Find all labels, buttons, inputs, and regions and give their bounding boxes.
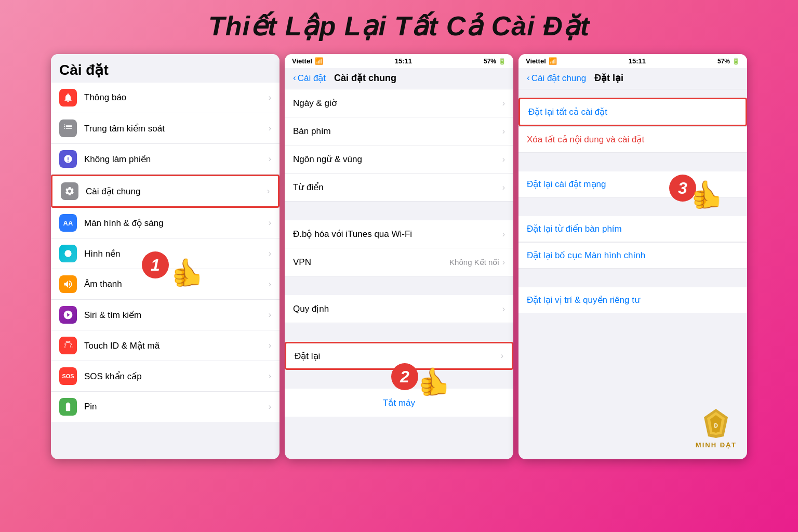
list-item[interactable]: Pin ›: [51, 392, 280, 422]
panel-3: Viettel 📶 15:11 57% 🔋 ‹ Cài đặt chung Đặ…: [518, 54, 747, 459]
sos-icon: SOS: [59, 367, 77, 385]
reset-label: Đặt lại: [295, 351, 501, 362]
touchid-icon: [59, 337, 77, 354]
battery-label: Pin: [84, 402, 269, 412]
notification-label: Thông báo: [84, 92, 269, 103]
sos-label: SOS khẩn cấp: [84, 371, 269, 382]
page-title: Thiết Lập Lại Tất Cả Cài Đặt: [208, 10, 590, 42]
list-item[interactable]: Thông báo ›: [51, 83, 280, 113]
carrier-3: Viettel: [526, 57, 546, 65]
panel-1: Cài đặt Thông báo › Trung tâm kiểm soát …: [51, 54, 280, 459]
dictionary-label: Từ điển: [293, 182, 502, 193]
reset-homescreen-label: Đặt lại bố cục Màn hình chính: [527, 250, 645, 261]
panel1-header: Cài đặt: [51, 54, 280, 83]
battery-icon-2: 🔋: [498, 58, 506, 65]
phones-container: Cài đặt Thông báo › Trung tâm kiểm soát …: [35, 54, 763, 459]
battery-icon-3: 🔋: [732, 58, 740, 65]
general-settings-item[interactable]: Cài đặt chung ›: [51, 175, 280, 208]
back-label-3: Cài đặt chung: [531, 73, 586, 84]
battery-pct-3: 57%: [717, 58, 730, 65]
hand-pointer-2: 👍: [417, 366, 451, 397]
reset-location-item[interactable]: Đặt lại vị trí & quyền riêng tư: [518, 287, 747, 313]
step-1-badge: 1: [142, 251, 169, 278]
svg-point-0: [64, 250, 71, 257]
status-bar-2: Viettel 📶 15:11 57% 🔋: [285, 54, 513, 68]
list-item[interactable]: Trung tâm kiểm soát ›: [51, 113, 280, 144]
date-time-label: Ngày & giờ: [293, 98, 502, 109]
status-right-3: 57% 🔋: [717, 58, 740, 65]
list-item[interactable]: SOS SOS khẩn cấp ›: [51, 361, 280, 392]
status-right-2: 57% 🔋: [484, 58, 506, 65]
panel-2: Viettel 📶 15:11 57% 🔋 ‹ Cài đặt Cài đặt …: [285, 54, 513, 459]
sound-icon: [59, 275, 77, 293]
hand-pointer-1: 👍: [170, 257, 204, 288]
touchid-label: Touch ID & Mật mã: [84, 340, 269, 351]
reset-all-label: Đặt lại tất cả cài đặt: [528, 107, 607, 117]
carrier-2: Viettel: [292, 57, 312, 65]
erase-all-item[interactable]: Xóa tất cả nội dung và cài đặt: [518, 127, 747, 153]
list-item[interactable]: Ngày & giờ ›: [285, 89, 513, 117]
erase-all-label: Xóa tất cả nội dung và cài đặt: [527, 134, 644, 145]
language-label: Ngôn ngữ & vùng: [293, 154, 502, 165]
reset-all-settings[interactable]: Đặt lại tất cả cài đặt: [518, 98, 747, 126]
reset-keyboard-label: Đặt lại từ điển bàn phím: [527, 223, 622, 234]
logo-diamond-icon: D: [703, 408, 729, 439]
back-chevron-3: ‹: [527, 73, 530, 83]
nav-bar-3: ‹ Cài đặt chung Đặt lại: [518, 68, 747, 89]
display-icon: AA: [59, 214, 77, 232]
dnd-icon: [59, 150, 77, 168]
list-item[interactable]: Siri & tìm kiếm ›: [51, 300, 280, 330]
general-label: Cài đặt chung: [86, 186, 267, 197]
step-2-badge: 2: [391, 363, 418, 390]
list-item[interactable]: Ngôn ngữ & vùng ›: [285, 145, 513, 174]
time-2: 15:11: [395, 57, 412, 65]
logo-container: D MINH ĐẠT: [696, 408, 737, 449]
back-button-2[interactable]: ‹ Cài đặt: [293, 73, 326, 84]
battery-icon: [59, 398, 77, 416]
hand-pointer-3: 👍: [690, 179, 724, 210]
list-item[interactable]: Không làm phiền ›: [51, 144, 280, 175]
general-icon: [61, 182, 78, 200]
control-center-label: Trung tâm kiểm soát: [84, 123, 269, 134]
vpn-label: VPN: [293, 257, 449, 268]
reset-homescreen-item[interactable]: Đặt lại bố cục Màn hình chính: [518, 243, 747, 269]
reset-keyboard-item[interactable]: Đặt lại từ điển bàn phím: [518, 216, 747, 242]
list-item[interactable]: VPN Không Kết nối ›: [285, 248, 513, 276]
notification-icon: [59, 89, 77, 107]
panel1-settings-list: Thông báo › Trung tâm kiểm soát › Không …: [51, 83, 280, 422]
wifi-icon-2: 📶: [315, 57, 323, 65]
svg-text:D: D: [714, 423, 718, 429]
status-left-2: Viettel 📶: [292, 57, 323, 65]
keyboard-label: Bàn phím: [293, 126, 502, 137]
siri-icon: [59, 306, 77, 324]
display-label: Màn hình & độ sáng: [84, 218, 269, 229]
nav-bar-2: ‹ Cài đặt Cài đặt chung: [285, 68, 513, 89]
logo-text: MINH ĐẠT: [696, 441, 737, 449]
vpn-value: Không Kết nối: [449, 258, 499, 267]
list-item[interactable]: Quy định ›: [285, 295, 513, 323]
battery-pct-2: 57%: [484, 58, 496, 65]
shutdown-label: Tắt máy: [293, 397, 505, 408]
back-button-3[interactable]: ‹ Cài đặt chung: [527, 73, 586, 84]
list-item[interactable]: Bàn phím ›: [285, 117, 513, 145]
status-bar-3: Viettel 📶 15:11 57% 🔋: [518, 54, 747, 68]
reset-network-label: Đặt lại cài đặt mạng: [527, 179, 606, 190]
back-label-2: Cài đặt: [298, 73, 326, 84]
list-item[interactable]: Từ điển ›: [285, 174, 513, 202]
itunes-label: Đ.bộ hóa với iTunes qua Wi-Fi: [293, 229, 502, 240]
list-item[interactable]: Touch ID & Mật mã ›: [51, 330, 280, 361]
wallpaper-icon: [59, 245, 77, 262]
nav-title-3: Đặt lại: [594, 72, 623, 84]
list-item[interactable]: Đ.bộ hóa với iTunes qua Wi-Fi ›: [285, 220, 513, 248]
dnd-label: Không làm phiền: [84, 154, 269, 165]
back-chevron-2: ‹: [293, 73, 296, 83]
status-left-3: Viettel 📶: [526, 57, 557, 65]
reset-location-label: Đặt lại vị trí & quyền riêng tư: [527, 295, 640, 305]
list-item[interactable]: AA Màn hình & độ sáng ›: [51, 208, 280, 238]
siri-label: Siri & tìm kiếm: [84, 310, 269, 321]
control-center-icon: [59, 119, 77, 137]
nav-title-2: Cài đặt chung: [334, 72, 396, 84]
wifi-icon-3: 📶: [549, 57, 557, 65]
list-item[interactable]: Tắt máy: [285, 389, 513, 417]
regulations-label: Quy định: [293, 303, 502, 314]
